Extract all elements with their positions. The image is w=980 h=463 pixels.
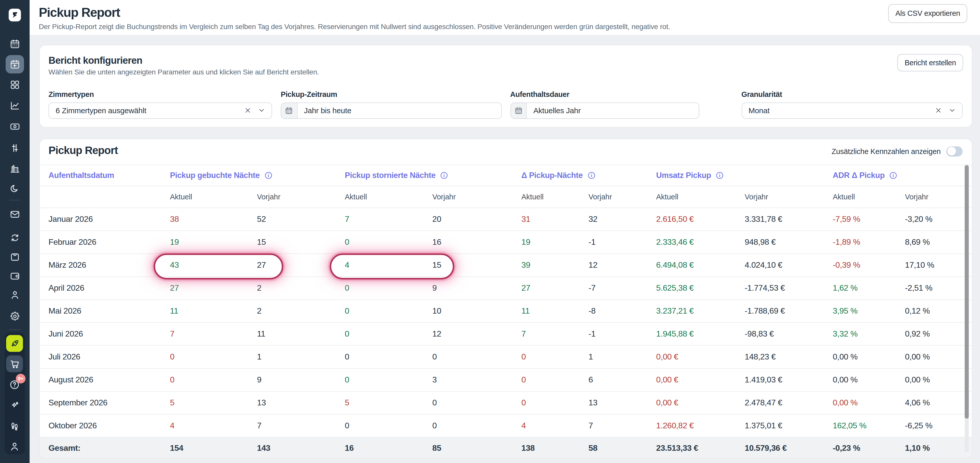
sidebar-item-building[interactable] (0, 159, 29, 178)
clear-icon[interactable] (245, 107, 251, 114)
field-control[interactable]: Monat (741, 103, 963, 119)
sidebar-item-cart[interactable] (6, 355, 23, 372)
table-cell: 0 (170, 352, 257, 361)
table-cell: 7 (170, 329, 257, 338)
footprints-icon (10, 420, 20, 431)
config-card: Bericht konfigurieren Wählen Sie die unt… (39, 45, 972, 127)
field-control[interactable]: Jahr bis heute (281, 103, 501, 119)
sidebar-item-line-chart[interactable] (0, 97, 29, 115)
table-cell: 12 (589, 260, 656, 270)
column-group-header[interactable]: Pickup stornierte Nächte (345, 171, 522, 180)
table-cell: 0,00 % (833, 398, 905, 407)
info-icon[interactable] (716, 171, 724, 179)
sidebar-item-wallet[interactable] (0, 267, 29, 285)
total-cell: 23.513,33 € (656, 444, 745, 453)
sidebar-item-user[interactable] (0, 286, 29, 304)
table-cell: 0 (345, 283, 432, 292)
column-group-header[interactable]: Δ Pickup-Nächte (522, 171, 656, 180)
page-title: Pickup Report (39, 5, 120, 20)
sidebar-item-sliders[interactable] (0, 139, 29, 157)
table-cell: 17,10 % (905, 260, 972, 270)
table-cell: 4.024,10 € (745, 260, 833, 270)
table-row: Mai 202611201011-83.237,21 €-1.788,69 €3… (40, 300, 972, 322)
sidebar-item-moon[interactable] (0, 179, 29, 198)
column-group-header[interactable]: ADR Δ Pickup (833, 171, 972, 180)
table-cell: -8 (589, 306, 656, 316)
page-subtitle: Der Pickup-Report zeigt die Buchungstren… (39, 22, 670, 30)
info-icon[interactable] (889, 171, 897, 179)
table-cell: 7 (522, 329, 589, 338)
table-cell: 0 (432, 421, 522, 430)
table-cell: 10 (432, 306, 522, 316)
table-cell: -0,39 % (833, 260, 905, 270)
table-cell: 5 (170, 398, 257, 407)
subheader-cell: Vorjahr (432, 193, 522, 201)
chevron-down-icon[interactable] (258, 107, 265, 114)
table-cell: 2.616,50 € (656, 214, 745, 224)
table-cell: 8,69 % (905, 237, 972, 247)
table-scrollbar-thumb[interactable] (965, 165, 969, 419)
sidebar-item-footprints[interactable] (0, 417, 29, 435)
table-cell: 2 (257, 283, 345, 292)
info-icon[interactable] (440, 171, 449, 179)
sidebar-item-mail[interactable] (0, 205, 29, 224)
field-label: Pickup-Zeitraum (281, 90, 501, 98)
table-cell: -1.788,69 € (745, 306, 833, 316)
wallet-icon (10, 271, 20, 281)
column-header-date[interactable]: Aufenthaltsdatum (40, 171, 170, 180)
extra-metrics-toggle[interactable] (946, 146, 963, 156)
table-cell: 0 (432, 352, 522, 361)
sidebar-divider (9, 330, 20, 330)
table-cell: 11 (170, 306, 257, 316)
total-cell: 1,10 % (905, 444, 972, 453)
clear-icon[interactable] (935, 107, 942, 114)
main-area: Pickup Report Der Pickup-Report zeigt di… (29, 0, 980, 463)
export-csv-button[interactable]: Als CSV exportieren (888, 4, 967, 23)
table-cell: 3,95 % (833, 306, 905, 316)
create-report-button[interactable]: Bericht erstellen (897, 54, 963, 71)
sidebar-item-calendar[interactable] (0, 35, 29, 53)
sidebar-item-gear[interactable] (0, 307, 29, 325)
field-value: Aktuelles Jahr (527, 106, 698, 115)
sidebar-item-grid[interactable] (0, 76, 29, 94)
table-cell: 0,00 % (833, 375, 905, 384)
cart-icon (10, 359, 20, 369)
banknote-icon (10, 121, 20, 132)
subheader-cell: Aktuell (656, 193, 745, 201)
sidebar-item-rocket[interactable] (6, 335, 23, 352)
column-group-header[interactable]: Umsatz Pickup (656, 171, 833, 180)
table-row: Januar 2026385272031322.616,50 €3.331,78… (40, 208, 972, 231)
table-cell: 3.237,21 € (656, 306, 745, 316)
subheader-cell: Vorjahr (905, 193, 972, 201)
chevron-down-icon[interactable] (949, 107, 956, 114)
calendar-chip (281, 103, 298, 118)
building-icon (10, 163, 20, 174)
table-cell: 4 (522, 421, 589, 430)
table-cell: 15 (257, 237, 345, 247)
total-cell: 143 (257, 444, 345, 453)
sidebar-item-refresh[interactable] (0, 228, 29, 247)
sidebar-item-banknote[interactable] (0, 117, 29, 136)
config-field-1: Zimmertypen 6 Zimmertypen ausgewählt (48, 90, 272, 119)
calendar-import-icon (10, 59, 20, 70)
sidebar-divider (9, 200, 20, 200)
table-cell: 32 (589, 214, 656, 224)
table-cell: 4,06 % (905, 398, 972, 407)
info-icon[interactable] (587, 171, 595, 179)
logo-bolt-icon[interactable] (8, 9, 21, 21)
table-cell: 0 (345, 352, 432, 361)
calendar-icon (285, 106, 293, 115)
sidebar-item-shopping-bag[interactable] (0, 247, 29, 266)
row-label: Oktober 2026 (40, 421, 170, 430)
sidebar-item-user[interactable] (0, 437, 29, 455)
table-row: September 2026513500130,00 €2.478,47 €0,… (40, 392, 972, 414)
config-title: Bericht konfigurieren (48, 55, 142, 66)
field-control[interactable]: Aktuelles Jahr (510, 103, 699, 119)
column-group-header[interactable]: Pickup gebuchte Nächte (170, 171, 345, 180)
info-icon[interactable] (264, 171, 272, 179)
sidebar-item-sparkles[interactable] (0, 396, 29, 415)
subheader-cell: Vorjahr (745, 193, 833, 201)
gear-icon (10, 311, 20, 322)
sidebar-item-calendar-import[interactable] (6, 55, 24, 73)
field-control[interactable]: 6 Zimmertypen ausgewählt (48, 103, 272, 119)
